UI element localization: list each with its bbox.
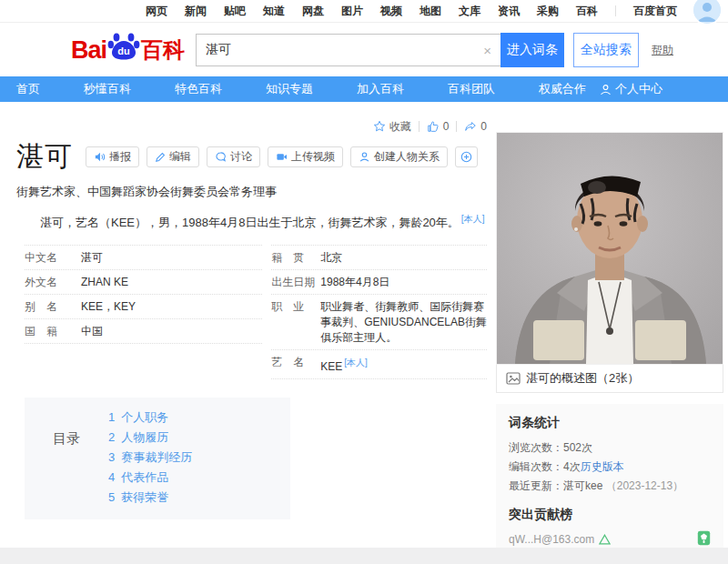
entry-main-column: 收藏 0 0 湛可 bbox=[16, 118, 487, 548]
search-box: × bbox=[196, 34, 500, 66]
info-column-right: 籍 贯 北京 出生日期 1988年4月8日 职 业 职业舞者、街舞教师、国际街舞… bbox=[271, 245, 487, 379]
contrib-row: qW...H@163.com bbox=[509, 530, 711, 548]
top-link-images[interactable]: 图片 bbox=[341, 4, 363, 19]
stats-title: 词条统计 bbox=[509, 415, 711, 431]
toc-item-judge[interactable]: 3赛事裁判经历 bbox=[108, 448, 192, 466]
share-count: 0 bbox=[480, 120, 487, 133]
nationality-link[interactable]: 中国 bbox=[81, 324, 262, 339]
nav-item-jiaru[interactable]: 加入百科 bbox=[335, 81, 426, 97]
social-actions-row: 收藏 0 0 bbox=[16, 118, 487, 135]
logo-text-baike: 百科 bbox=[141, 35, 185, 65]
stats-edits: 编辑次数：4次历史版本 bbox=[509, 458, 711, 477]
discuss-button[interactable]: 讨论 bbox=[207, 146, 260, 167]
toc-item-duties[interactable]: 1个人职务 bbox=[108, 408, 192, 426]
more-actions-button[interactable] bbox=[455, 146, 478, 167]
top-link-news[interactable]: 新闻 bbox=[185, 4, 207, 19]
info-value: KEE[本人] bbox=[320, 355, 487, 375]
toc-item-works[interactable]: 4代表作品 bbox=[108, 468, 192, 486]
top-link-baike[interactable]: 百科 bbox=[576, 4, 598, 19]
search-input[interactable] bbox=[206, 43, 481, 57]
stats-updated-text: 最近更新：湛可kee bbox=[509, 479, 602, 492]
info-label: 国 籍 bbox=[25, 324, 81, 339]
star-icon bbox=[373, 120, 386, 133]
upload-video-label: 上传视频 bbox=[291, 149, 335, 165]
search-area: × 进入词条 全站搜索 帮助 bbox=[196, 33, 673, 67]
toc-link: 获得荣誉 bbox=[121, 488, 168, 506]
top-link-webpage[interactable]: 网页 bbox=[146, 4, 167, 19]
top-link-video[interactable]: 视频 bbox=[380, 4, 402, 19]
info-row-occupation: 职 业 职业舞者、街舞教师、国际街舞赛事裁判、GENIUSDANCELAB街舞俱… bbox=[271, 295, 487, 350]
info-row-nationality: 国 籍 中国 bbox=[25, 319, 262, 344]
site-search-button[interactable]: 全站搜索 bbox=[573, 33, 639, 67]
pencil-icon bbox=[155, 152, 166, 163]
user-avatar[interactable] bbox=[692, 0, 723, 25]
edit-button[interactable]: 编辑 bbox=[147, 146, 199, 167]
top-link-zixun[interactable]: 资讯 bbox=[498, 4, 520, 19]
share-arrow-icon bbox=[464, 120, 477, 133]
contributor-badge-icon[interactable] bbox=[697, 530, 711, 548]
entry-subtitle: 街舞艺术家、中国舞蹈家协会街舞委员会常务理事 bbox=[16, 184, 487, 200]
person-icon bbox=[600, 84, 612, 96]
logo-text-bai: Bai bbox=[71, 36, 106, 65]
baike-logo[interactable]: Bai du 百科 bbox=[71, 30, 185, 70]
info-label: 外文名 bbox=[25, 275, 81, 290]
info-value: 职业舞者、街舞教师、国际街舞赛事裁判、GENIUSDANCELAB街舞俱乐部主理… bbox=[320, 299, 487, 346]
toc-number: 2 bbox=[108, 428, 115, 446]
top-link-wenku[interactable]: 文库 bbox=[459, 4, 480, 19]
nav-item-quanwei[interactable]: 权威合作 bbox=[517, 81, 608, 97]
top-link-maps[interactable]: 地图 bbox=[420, 4, 441, 19]
collect-label: 收藏 bbox=[389, 119, 411, 135]
info-label: 出生日期 bbox=[271, 275, 320, 290]
intro-reference-link[interactable]: [本人] bbox=[461, 214, 485, 224]
user-center-link[interactable]: 个人中心 bbox=[600, 81, 662, 97]
entry-toolbar: 播报 编辑 讨论 bbox=[86, 146, 478, 167]
clear-search-icon[interactable]: × bbox=[481, 43, 493, 58]
history-versions-link[interactable]: 历史版本 bbox=[581, 460, 624, 473]
create-relation-button[interactable]: 创建人物关系 bbox=[350, 146, 448, 167]
info-column-left: 中文名 湛可 外文名 ZHAN KE 别 名 KEE，KEY 国 籍 中国 bbox=[25, 245, 262, 379]
like-button[interactable]: 0 bbox=[427, 120, 450, 133]
nav-item-miaodong[interactable]: 秒懂百科 bbox=[62, 81, 153, 97]
overview-photo[interactable] bbox=[496, 132, 723, 365]
nav-item-tese[interactable]: 特色百科 bbox=[153, 81, 244, 97]
top-link-zhidao[interactable]: 知道 bbox=[263, 4, 285, 19]
entry-stats-box: 词条统计 浏览次数：502次 编辑次数：4次历史版本 最近更新：湛可kee （2… bbox=[496, 404, 723, 548]
upload-video-button[interactable]: 上传视频 bbox=[268, 146, 343, 167]
site-header: Bai du 百科 × 进入词条 全站搜索 帮助 bbox=[0, 24, 728, 76]
like-count: 0 bbox=[443, 120, 450, 133]
chat-bubble-icon bbox=[215, 151, 227, 163]
enter-entry-button[interactable]: 进入词条 bbox=[500, 33, 564, 67]
info-row-chinese-name: 中文名 湛可 bbox=[25, 246, 262, 270]
toc-number: 3 bbox=[108, 448, 115, 466]
help-link[interactable]: 帮助 bbox=[652, 43, 673, 58]
toc-number: 5 bbox=[108, 488, 115, 506]
info-value: 北京 bbox=[320, 250, 487, 266]
contrib-title: 突出贡献榜 bbox=[509, 507, 711, 523]
nav-item-zhishi[interactable]: 知识专题 bbox=[244, 81, 335, 97]
share-button[interactable]: 0 bbox=[464, 120, 487, 133]
toc-number: 4 bbox=[108, 468, 115, 486]
broadcast-button[interactable]: 播报 bbox=[86, 146, 139, 167]
nav-item-home[interactable]: 首页 bbox=[0, 81, 62, 97]
top-link-baidu-home[interactable]: 百度首页 bbox=[633, 4, 677, 19]
photo-caption-bar[interactable]: 湛可的概述图（2张） bbox=[496, 365, 723, 393]
info-row-birthdate: 出生日期 1988年4月8日 bbox=[271, 270, 487, 295]
top-link-tieba[interactable]: 贴吧 bbox=[224, 4, 246, 19]
top-link-pan[interactable]: 网盘 bbox=[302, 4, 324, 19]
table-of-contents: 目录 1个人职务 2人物履历 3赛事裁判经历 4代表作品 5获得荣誉 bbox=[25, 398, 290, 519]
stats-edits-text: 编辑次数：4次 bbox=[509, 460, 581, 473]
contributor-link[interactable]: qW...H@163.com bbox=[509, 533, 594, 546]
toc-title: 目录 bbox=[25, 408, 108, 509]
paw-icon: du bbox=[107, 30, 140, 65]
content-area: 收藏 0 0 湛可 bbox=[0, 102, 728, 548]
nav-item-tuandui[interactable]: 百科团队 bbox=[426, 81, 517, 97]
top-link-caigou[interactable]: 采购 bbox=[537, 4, 559, 19]
stage-name-reference-link[interactable]: [本人] bbox=[344, 358, 368, 368]
avatar-icon bbox=[693, 0, 721, 24]
baike-page: 网页 新闻 贴吧 知道 网盘 图片 视频 地图 文库 资讯 采购 百科 百度首页… bbox=[0, 0, 728, 564]
collect-button[interactable]: 收藏 bbox=[373, 119, 411, 135]
toc-item-history[interactable]: 2人物履历 bbox=[108, 428, 192, 446]
divider bbox=[456, 121, 457, 132]
toc-item-honors[interactable]: 5获得荣誉 bbox=[108, 488, 192, 506]
info-label: 职 业 bbox=[271, 299, 320, 346]
